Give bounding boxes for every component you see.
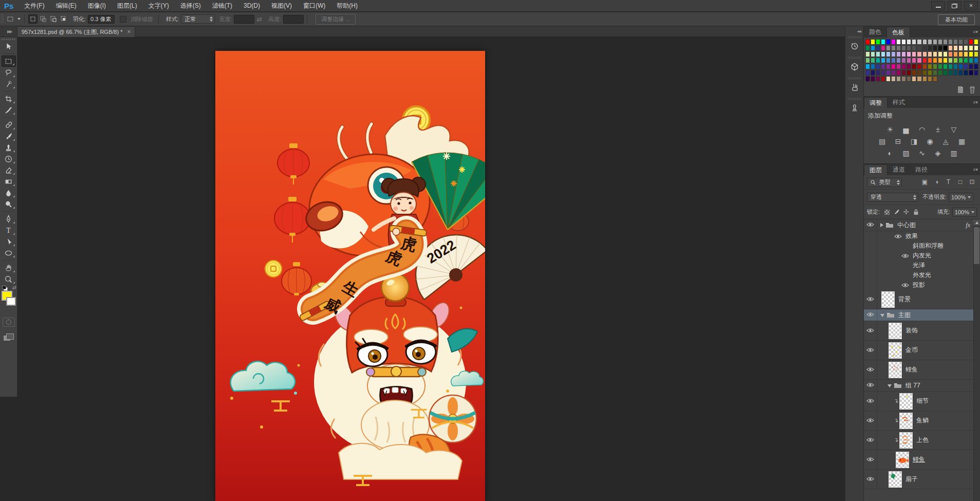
tool-preset-picker[interactable] xyxy=(6,14,21,24)
color-swatch[interactable] xyxy=(953,64,958,69)
color-swatch[interactable] xyxy=(974,39,978,45)
color-swatch[interactable] xyxy=(876,39,880,45)
fx-badge[interactable]: fx xyxy=(966,221,970,229)
tab-swatches[interactable]: 色板 xyxy=(886,27,910,38)
background-color-swatch[interactable] xyxy=(6,297,16,306)
layer-name[interactable]: 背景 xyxy=(898,295,911,304)
scroll-up-icon[interactable] xyxy=(973,219,980,226)
menu-item-10[interactable]: 窗口(W) xyxy=(298,2,331,9)
color-swatch[interactable] xyxy=(938,58,942,63)
color-balance-icon[interactable]: ⊟ xyxy=(892,137,904,146)
layer-thumbnail[interactable] xyxy=(899,393,913,410)
color-swatch[interactable] xyxy=(896,51,901,57)
filter-type-dropdown[interactable]: 类型 xyxy=(867,178,902,187)
document-canvas[interactable]: 2022 虎 虎 xyxy=(215,51,485,501)
layer-thumbnail[interactable] xyxy=(899,432,913,449)
color-swatch[interactable] xyxy=(871,51,875,57)
layer-name[interactable]: 内发光 xyxy=(913,251,931,260)
color-swatch[interactable] xyxy=(958,45,963,51)
layer-row-金币[interactable]: 金币 xyxy=(864,341,973,360)
color-swatch[interactable] xyxy=(901,45,906,51)
color-swatch[interactable] xyxy=(907,39,911,45)
color-swatch[interactable] xyxy=(928,45,932,51)
color-swatch[interactable] xyxy=(969,58,973,63)
color-swatch[interactable] xyxy=(865,51,870,57)
swap-dimensions-icon[interactable]: ⇄ xyxy=(256,15,262,23)
refine-edge-button[interactable]: 调整边缘 ... xyxy=(316,14,356,25)
panel-grip[interactable] xyxy=(848,57,861,59)
shape-tool[interactable] xyxy=(2,247,16,258)
eye-icon[interactable] xyxy=(866,311,874,319)
pen-tool[interactable] xyxy=(2,213,16,225)
color-swatch[interactable] xyxy=(917,70,921,76)
layer-name[interactable]: 金币 xyxy=(905,346,918,355)
tools-grip[interactable]: ■■■■■■■ xyxy=(0,37,17,41)
color-swatch[interactable] xyxy=(943,64,948,69)
eye-icon[interactable] xyxy=(901,283,909,288)
menu-item-7[interactable]: 滤镜(T) xyxy=(207,2,238,9)
color-swatch[interactable] xyxy=(958,64,963,69)
layer-name[interactable]: 装饰 xyxy=(905,326,918,335)
color-swatch[interactable] xyxy=(974,51,978,57)
clone-stamp-tool[interactable] xyxy=(2,142,16,153)
color-swatch[interactable] xyxy=(922,76,927,82)
layer-row-鲤鱼[interactable]: 鲤鱼 xyxy=(864,450,973,470)
color-swatch[interactable] xyxy=(912,45,916,51)
lock-transparency-icon[interactable] xyxy=(882,208,891,216)
color-swatch[interactable] xyxy=(969,64,973,69)
tab-paths[interactable]: 路径 xyxy=(910,164,933,175)
color-swatch[interactable] xyxy=(922,70,927,76)
path-select-tool[interactable] xyxy=(2,236,16,247)
color-swatch[interactable] xyxy=(943,39,948,45)
color-swatch[interactable] xyxy=(928,76,932,82)
color-swatch[interactable] xyxy=(969,51,973,57)
color-swatch[interactable] xyxy=(865,70,870,76)
color-swatch[interactable] xyxy=(917,58,921,63)
layer-row-鲤鱼[interactable]: 鲤鱼 xyxy=(864,360,973,380)
photo-filter-icon[interactable]: ◉ xyxy=(924,137,936,146)
color-swatch[interactable] xyxy=(907,51,911,57)
gradient-map-icon[interactable]: ◈ xyxy=(932,149,944,158)
eye-icon[interactable] xyxy=(866,327,874,335)
color-swatch[interactable] xyxy=(891,45,896,51)
color-swatch[interactable] xyxy=(907,64,911,69)
exposure-icon[interactable]: ± xyxy=(932,125,944,135)
color-swatch[interactable] xyxy=(881,70,885,76)
scrollbar-thumb[interactable] xyxy=(974,227,979,264)
levels-icon[interactable]: ▅ xyxy=(900,125,912,135)
panel-grip[interactable] xyxy=(848,77,861,80)
menu-item-1[interactable]: 文件(F) xyxy=(19,2,50,9)
color-swatch[interactable] xyxy=(922,64,927,69)
color-swatch[interactable] xyxy=(933,64,937,69)
color-swatch[interactable] xyxy=(943,51,948,57)
color-swatch[interactable] xyxy=(964,58,968,63)
color-swatch[interactable] xyxy=(917,45,921,51)
curves-icon[interactable]: ◠ xyxy=(916,125,928,135)
color-swatch[interactable] xyxy=(901,64,906,69)
tab-color[interactable]: 颜色 xyxy=(864,27,886,38)
color-swatch[interactable] xyxy=(928,64,932,69)
layer-thumbnail[interactable] xyxy=(889,323,902,339)
crop-tool[interactable] xyxy=(2,93,16,104)
color-swatch[interactable] xyxy=(948,51,953,57)
color-swatch[interactable] xyxy=(871,64,875,69)
layer-thumbnail[interactable] xyxy=(889,362,902,378)
color-swatch[interactable] xyxy=(901,58,906,63)
antialias-checkbox[interactable] xyxy=(120,16,126,23)
color-swatch[interactable] xyxy=(958,39,963,45)
opacity-dropdown[interactable]: 100% xyxy=(949,193,973,202)
color-swatch[interactable] xyxy=(917,76,921,82)
restore-button-icon[interactable] xyxy=(948,1,961,10)
color-swatch[interactable] xyxy=(933,39,937,45)
eye-icon[interactable] xyxy=(866,296,874,303)
color-swatch[interactable] xyxy=(881,64,885,69)
panel-menu-icon[interactable]: ≡▾ xyxy=(973,167,978,172)
eye-icon[interactable] xyxy=(866,437,874,444)
quick-mask-button[interactable] xyxy=(3,318,15,327)
color-swatch[interactable] xyxy=(974,70,978,76)
color-swatch[interactable] xyxy=(901,39,906,45)
eye-icon[interactable] xyxy=(894,234,902,239)
color-swatch[interactable] xyxy=(886,51,891,57)
color-swatch[interactable] xyxy=(891,64,896,69)
color-swatch[interactable] xyxy=(933,51,937,57)
